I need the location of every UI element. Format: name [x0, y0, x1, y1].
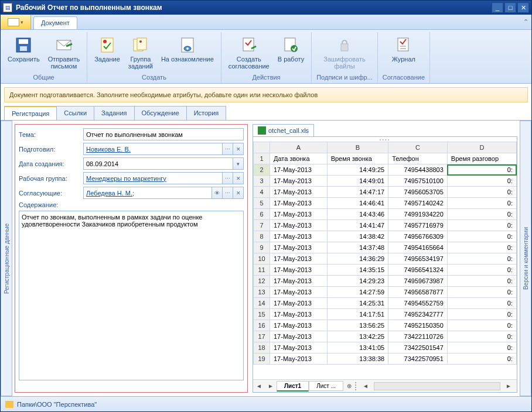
cell[interactable]: 17-May-2013: [270, 231, 328, 242]
cell[interactable]: 17-May-2013: [270, 353, 328, 365]
cell[interactable]: 0:: [447, 198, 516, 209]
cell[interactable]: 74957140242: [388, 198, 448, 209]
sheet-nav-next[interactable]: ►: [265, 380, 277, 392]
cell[interactable]: 0:: [447, 176, 516, 187]
row-header[interactable]: 19: [254, 353, 270, 365]
ribbon-tab-document[interactable]: Документ: [33, 16, 77, 29]
row-header[interactable]: 6: [254, 209, 270, 220]
row-header[interactable]: 18: [254, 342, 270, 353]
cell[interactable]: 13:38:38: [327, 353, 388, 365]
cell[interactable]: 74956053705: [388, 187, 448, 198]
cell[interactable]: 14:17:51: [327, 309, 388, 320]
row-header[interactable]: 4: [254, 187, 270, 198]
cell[interactable]: 74956587877: [388, 287, 448, 298]
cell[interactable]: 74991934220: [388, 209, 448, 220]
cell[interactable]: 74954165664: [388, 242, 448, 253]
cell[interactable]: 14:46:41: [327, 198, 388, 209]
grip-icon[interactable]: ••••: [253, 137, 517, 142]
cell[interactable]: 0:: [447, 287, 516, 298]
cell[interactable]: 17-May-2013: [270, 198, 328, 209]
cell[interactable]: 17-May-2013: [270, 276, 328, 287]
cell[interactable]: 14:37:48: [327, 242, 388, 253]
col-header[interactable]: D: [447, 142, 516, 153]
row-header[interactable]: 7: [254, 220, 270, 231]
to-work-button[interactable]: В работу: [275, 35, 306, 73]
header-cell[interactable]: Телефон: [388, 153, 448, 164]
group-input[interactable]: [83, 172, 223, 184]
cell[interactable]: 0:: [447, 253, 516, 265]
row-header[interactable]: 12: [254, 276, 270, 287]
cell[interactable]: 0:: [447, 164, 516, 176]
cell[interactable]: 0:: [447, 265, 516, 276]
tab-tasks[interactable]: Задания: [94, 106, 134, 120]
prepared-lookup-button[interactable]: ⋯: [223, 143, 233, 155]
cell[interactable]: 0:: [447, 309, 516, 320]
approvers-input[interactable]: [83, 187, 212, 199]
cell[interactable]: 17-May-2013: [270, 342, 328, 353]
col-header[interactable]: A: [270, 142, 328, 153]
approvers-lookup-button[interactable]: ⋯: [223, 187, 233, 199]
cell[interactable]: 0:: [447, 331, 516, 342]
row-header[interactable]: 2: [254, 164, 270, 176]
file-tab[interactable]: otchet_call.xls: [253, 124, 314, 136]
cell[interactable]: 17-May-2013: [270, 164, 328, 176]
cell[interactable]: 74956541324: [388, 265, 448, 276]
cell[interactable]: 0:: [447, 231, 516, 242]
sheet-add-button[interactable]: ⊕: [343, 380, 355, 392]
cell[interactable]: 0:: [447, 298, 516, 309]
row-header[interactable]: 3: [254, 176, 270, 187]
header-cell[interactable]: Дата звонка: [270, 153, 328, 164]
side-strip-reg[interactable]: Регистрационные данные: [1, 121, 12, 396]
cell[interactable]: 73422501547: [388, 342, 448, 353]
tab-registration[interactable]: Регистрация: [4, 106, 57, 120]
tab-history[interactable]: История: [186, 106, 227, 120]
sheet-tab-1[interactable]: Лист1: [277, 381, 309, 392]
app-menu-button[interactable]: ▾: [1, 15, 31, 29]
cell[interactable]: 17-May-2013: [270, 320, 328, 331]
group-clear-button[interactable]: ✕: [233, 172, 244, 184]
tab-discussion[interactable]: Обсуждение: [134, 106, 187, 120]
cell[interactable]: 14:36:29: [327, 253, 388, 265]
cell[interactable]: 14:25:31: [327, 298, 388, 309]
prepared-clear-button[interactable]: ✕: [233, 143, 244, 155]
cell[interactable]: 17-May-2013: [270, 242, 328, 253]
cell[interactable]: 17-May-2013: [270, 287, 328, 298]
row-header[interactable]: 14: [254, 298, 270, 309]
cell[interactable]: 74956766309: [388, 231, 448, 242]
save-button[interactable]: Сохранить: [5, 35, 42, 73]
send-mail-button[interactable]: Отправить письмом: [46, 35, 83, 73]
row-header[interactable]: 16: [254, 320, 270, 331]
sheet-nav-first[interactable]: ◄: [253, 380, 265, 392]
header-cell[interactable]: Время звонка: [327, 153, 388, 164]
hscroll-right[interactable]: ►: [503, 380, 514, 392]
maximize-button[interactable]: □: [504, 2, 516, 13]
cell[interactable]: 0:: [447, 242, 516, 253]
date-input[interactable]: [83, 157, 233, 170]
cell[interactable]: 74954552759: [388, 298, 448, 309]
cell[interactable]: 74957510100: [388, 176, 448, 187]
date-dropdown-button[interactable]: ▾: [233, 157, 244, 170]
cell[interactable]: 14:29:23: [327, 276, 388, 287]
cell[interactable]: 0:: [447, 209, 516, 220]
sheet-tab-more[interactable]: Лист ...: [309, 381, 343, 391]
close-button[interactable]: ✕: [517, 2, 529, 13]
journal-button[interactable]: Журнал: [389, 35, 418, 73]
side-strip-versions[interactable]: Версии и комментарии: [520, 121, 531, 396]
cell[interactable]: 73422110726: [388, 331, 448, 342]
task-group-button[interactable]: Группа заданий: [126, 35, 155, 73]
cell[interactable]: 13:41:05: [327, 342, 388, 353]
cell[interactable]: 13:56:25: [327, 320, 388, 331]
row-header[interactable]: 11: [254, 265, 270, 276]
prepared-input[interactable]: [83, 143, 223, 155]
cell[interactable]: 74956534197: [388, 253, 448, 265]
col-header[interactable]: C: [388, 142, 448, 153]
row-header[interactable]: 15: [254, 309, 270, 320]
review-button[interactable]: На ознакомление: [159, 35, 216, 73]
cell[interactable]: 0:: [447, 187, 516, 198]
cell[interactable]: 14:27:59: [327, 287, 388, 298]
cell[interactable]: 0:: [447, 320, 516, 331]
approvers-view-button[interactable]: 👁: [212, 187, 223, 199]
col-header[interactable]: B: [327, 142, 388, 153]
cell[interactable]: 0:: [447, 276, 516, 287]
hscroll-left[interactable]: ◄: [360, 380, 371, 392]
